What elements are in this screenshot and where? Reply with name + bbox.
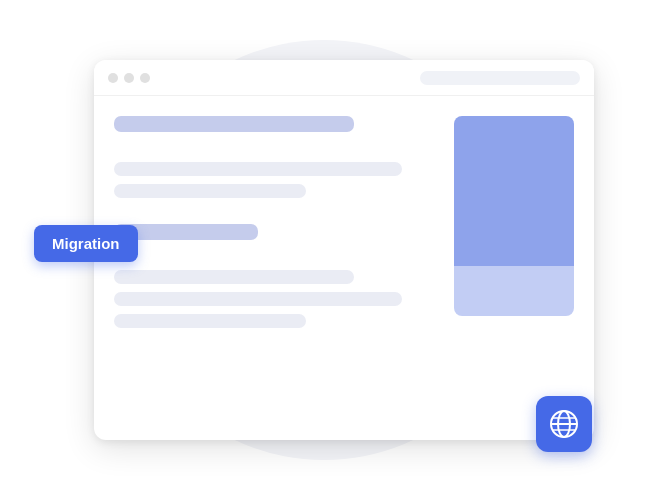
content-bar-heading: [114, 116, 354, 132]
content-bar-3: [114, 270, 354, 284]
content-left: [114, 116, 434, 420]
browser-titlebar: [94, 60, 594, 96]
right-panel-top: [454, 116, 574, 266]
content-bar-4: [114, 292, 402, 306]
content-bar-2: [114, 184, 306, 198]
globe-icon-button[interactable]: [536, 396, 592, 452]
content-group-1: [114, 162, 434, 198]
right-panel-bottom: [454, 266, 574, 316]
globe-icon: [548, 408, 580, 440]
content-right-panel: [454, 116, 574, 420]
content-bar-5: [114, 314, 306, 328]
window-dot-2: [124, 73, 134, 83]
content-bar-1: [114, 162, 402, 176]
content-group-2: [114, 270, 434, 328]
scene: Migration: [34, 30, 614, 470]
window-dot-3: [140, 73, 150, 83]
browser-window: [94, 60, 594, 440]
browser-content: [94, 96, 594, 440]
window-dot-1: [108, 73, 118, 83]
migration-label: Migration: [34, 225, 138, 262]
address-bar: [420, 71, 580, 85]
